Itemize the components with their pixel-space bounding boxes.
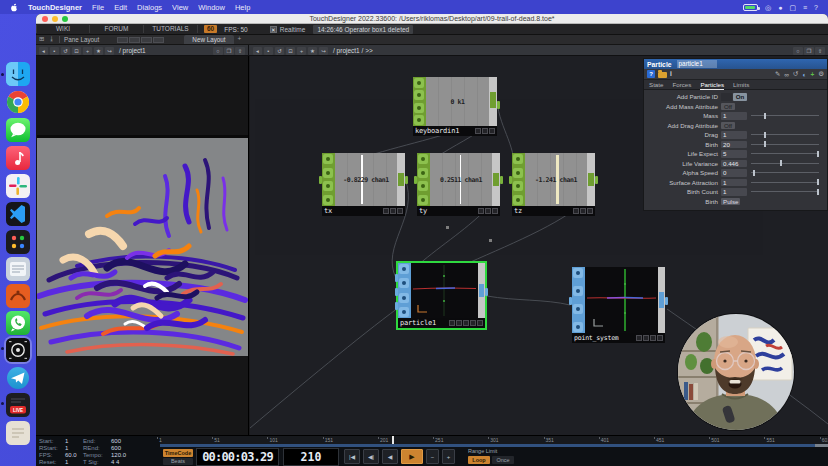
parameter-panel-header[interactable]: Particle particle1: [644, 59, 827, 69]
menu-dialogs[interactable]: Dialogs: [137, 3, 162, 12]
param-slider[interactable]: [751, 153, 819, 154]
output-connector[interactable]: [595, 176, 598, 184]
input-connector[interactable]: [395, 274, 398, 282]
language-icon[interactable]: ◐: [802, 71, 806, 78]
info-value[interactable]: 600: [111, 445, 133, 452]
slack-icon[interactable]: [6, 174, 30, 198]
info-value[interactable]: 60.0: [65, 452, 83, 459]
param-value-field[interactable]: 1: [721, 131, 747, 139]
menu-edit[interactable]: Edit: [114, 3, 127, 12]
node-point-system[interactable]: point_system: [572, 267, 665, 343]
info-value[interactable]: 4 4: [111, 459, 133, 466]
param-value-field[interactable]: 0: [721, 169, 747, 177]
timecode-toggle[interactable]: TimeCode: [163, 449, 193, 457]
add-icon[interactable]: +: [297, 47, 306, 55]
pulse-button[interactable]: Pulse: [721, 198, 740, 206]
edit-icon[interactable]: ✎: [775, 70, 780, 78]
back-icon[interactable]: ◂: [39, 47, 48, 55]
playhead[interactable]: [392, 436, 394, 444]
node-flag-buttons[interactable]: [383, 208, 403, 214]
node-tx[interactable]: -0.8229 chan1 tx: [322, 153, 405, 216]
live-app-icon[interactable]: LIVE: [6, 393, 30, 417]
timeline-range-bar[interactable]: [160, 444, 828, 447]
finder-icon[interactable]: [6, 62, 30, 86]
forum-link[interactable]: FORUM: [90, 25, 144, 33]
output-connector[interactable]: [405, 176, 408, 184]
vscode-icon[interactable]: [6, 202, 30, 226]
output-connector[interactable]: [485, 288, 488, 296]
geometry-viewer-pane[interactable]: [36, 56, 249, 435]
tab-forces[interactable]: Forces: [672, 80, 691, 89]
clock-icon[interactable]: ●: [778, 4, 782, 11]
reset-icon[interactable]: ↺: [793, 70, 798, 78]
node-flags[interactable]: [417, 153, 430, 206]
node-flag-buttons[interactable]: [636, 335, 663, 341]
home-icon[interactable]: ⊡: [286, 47, 295, 55]
param-slider[interactable]: [751, 191, 819, 192]
once-button[interactable]: Once: [492, 456, 514, 464]
realtime-toggle[interactable]: ✕ Realtime: [270, 26, 306, 33]
help-icon[interactable]: ?: [647, 70, 655, 78]
pane-split-button[interactable]: ❐: [804, 47, 814, 55]
whatsapp-icon[interactable]: [6, 311, 30, 335]
param-slider[interactable]: [751, 115, 819, 116]
folder-icon[interactable]: [658, 72, 667, 78]
node-flag-buttons[interactable]: [478, 208, 498, 214]
node-flags[interactable]: [572, 267, 585, 333]
bookmark-icon[interactable]: ★: [94, 47, 103, 55]
param-slider[interactable]: [751, 182, 819, 183]
display-icon[interactable]: ▢: [789, 4, 796, 11]
param-value-field[interactable]: 1: [721, 179, 747, 187]
info-value[interactable]: 1: [65, 445, 83, 452]
add-layout-button[interactable]: +: [238, 36, 242, 43]
breadcrumb[interactable]: / project1: [119, 47, 146, 54]
step-frame-forward-button[interactable]: +: [442, 449, 455, 464]
orange-app-icon[interactable]: [6, 284, 30, 308]
jump-icon[interactable]: ↪: [105, 47, 114, 55]
param-slider[interactable]: [751, 144, 819, 145]
notes-app-icon[interactable]: [6, 257, 30, 281]
pane-expand-button[interactable]: ⇧: [235, 47, 245, 55]
timecode-display[interactable]: 00:00:03.29: [196, 448, 279, 466]
gear-icon[interactable]: ⚙: [818, 70, 824, 78]
refresh-icon[interactable]: ↺: [275, 47, 284, 55]
menu-help[interactable]: Help: [235, 3, 250, 12]
tab-particles[interactable]: Particles: [700, 80, 724, 90]
node-keyboardin1[interactable]: 0 k1 keyboardin1: [413, 77, 497, 136]
node-ty[interactable]: 0.2511 chan1 ty: [417, 153, 500, 216]
input-connector[interactable]: [414, 176, 417, 184]
node-flags[interactable]: [322, 153, 335, 206]
node-flags[interactable]: [413, 77, 426, 126]
grid-icon[interactable]: ⊞: [39, 36, 44, 43]
stop-icon[interactable]: ▪: [264, 47, 273, 55]
output-connector[interactable]: [665, 297, 668, 305]
param-value-field[interactable]: 1: [721, 112, 747, 120]
home-icon[interactable]: ⊡: [72, 47, 81, 55]
input-connector[interactable]: [509, 176, 512, 184]
menu-file[interactable]: File: [92, 3, 104, 12]
stop-icon[interactable]: ▪: [50, 47, 59, 55]
param-toggle[interactable]: Off: [721, 103, 735, 111]
info-value[interactable]: 1: [65, 438, 83, 445]
param-value-field[interactable]: 20: [721, 141, 747, 149]
frame-display[interactable]: 210: [283, 448, 339, 466]
output-connector[interactable]: [500, 176, 503, 184]
info-value[interactable]: 120.0: [111, 452, 133, 459]
menu-window[interactable]: Window: [198, 3, 225, 12]
param-value-field[interactable]: 0.446: [721, 160, 747, 168]
step-back-button[interactable]: ◀|: [363, 449, 379, 464]
param-value-field[interactable]: 5: [721, 150, 747, 158]
output-connector[interactable]: [497, 101, 500, 109]
app-menu[interactable]: TouchDesigner: [28, 3, 82, 12]
minimize-button[interactable]: [52, 16, 58, 22]
info-value[interactable]: 600: [111, 438, 133, 445]
node-flag-buttons[interactable]: [449, 320, 483, 326]
control-center-icon[interactable]: ≡: [803, 4, 807, 11]
telegram-icon[interactable]: [6, 366, 30, 390]
param-slider[interactable]: [751, 172, 819, 173]
jump-icon[interactable]: ↪: [319, 47, 328, 55]
tutorials-link[interactable]: TUTORIALS: [144, 25, 198, 33]
input-connector[interactable]: [395, 288, 398, 296]
play-button[interactable]: ▶: [401, 449, 423, 464]
music-icon[interactable]: [6, 146, 30, 170]
